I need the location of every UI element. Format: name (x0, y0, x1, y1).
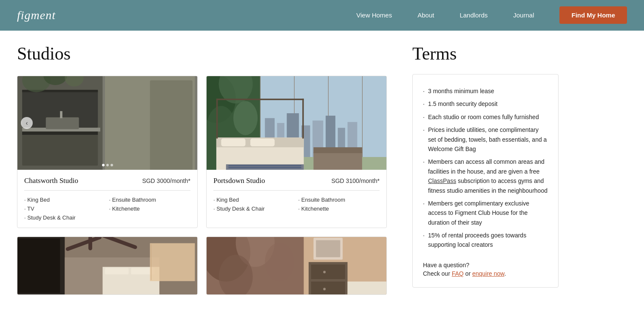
feature-ensuite: Ensuite Bathroom (109, 197, 191, 203)
find-my-home-button[interactable]: Find My Home (559, 6, 627, 24)
feature-desk: Study Desk & Chair (24, 214, 106, 221)
terms-item-5: Members can access all common areas and … (423, 155, 548, 197)
portsdown-price: SGD 3100/month* (331, 177, 380, 184)
check-our-text: Check our (423, 270, 450, 277)
feature-ensuite-p: Ensuite Bathroom (298, 197, 380, 203)
navbar: figment View Homes About Landlords Journ… (0, 0, 644, 31)
svg-rect-38 (250, 139, 275, 146)
main-content: Studios (0, 31, 644, 314)
terms-item-2: 1.5 month security deposit (423, 97, 548, 110)
terms-links: Check our FAQ or enquire now. (423, 270, 548, 277)
dot-3 (111, 164, 113, 166)
svg-rect-73 (323, 288, 326, 291)
feature-king-bed-p: King Bed (213, 197, 295, 203)
nav-about[interactable]: About (417, 11, 434, 19)
feature-king-bed: King Bed (24, 197, 106, 203)
classpass-link[interactable]: ClassPass (428, 177, 456, 184)
svg-rect-70 (311, 265, 345, 279)
svg-rect-37 (221, 139, 245, 146)
terms-question: Have a question? Check our FAQ or enquir… (423, 262, 548, 277)
bottom-card-left (17, 237, 198, 295)
chatsworth-card: ‹ Chatsworth Studio SGD 3000/month* King… (17, 76, 198, 228)
terms-item-3: Each studio or room comes fully furnishe… (423, 111, 548, 123)
chatsworth-carousel: ‹ (17, 76, 197, 170)
svg-rect-72 (323, 271, 326, 274)
svg-rect-76 (348, 282, 386, 294)
question-heading: Have a question? (423, 262, 548, 268)
period: . (504, 270, 506, 277)
dot-1 (102, 164, 105, 166)
svg-rect-40 (302, 99, 304, 139)
chatsworth-image (17, 76, 197, 170)
chatsworth-name: Chatsworth Studio (24, 177, 78, 185)
svg-rect-61 (88, 237, 92, 250)
svg-rect-71 (311, 282, 345, 294)
enquire-link[interactable]: enquire now (472, 270, 505, 277)
nav-journal[interactable]: Journal (513, 11, 534, 19)
bottom-left-image (17, 237, 197, 294)
svg-point-67 (265, 243, 294, 281)
svg-rect-4 (22, 132, 98, 166)
svg-rect-43 (314, 147, 362, 153)
portsdown-features: King Bed Ensuite Bathroom Study Desk & C… (213, 197, 380, 212)
svg-rect-39 (216, 99, 218, 139)
feature-kitchenette-p: Kitchenette (298, 206, 380, 212)
svg-rect-55 (105, 268, 129, 275)
feature-desk-p: Study Desk & Chair (213, 206, 295, 212)
portsdown-image (207, 76, 386, 170)
bottom-right-image (207, 237, 386, 294)
portsdown-carousel (207, 76, 386, 170)
feature-tv: TV (24, 206, 106, 212)
svg-rect-9 (60, 111, 62, 118)
chatsworth-price: SGD 3000/month* (142, 177, 190, 184)
nav-landlords[interactable]: Landlords (460, 11, 488, 19)
feature-kitchenette: Kitchenette (109, 206, 191, 212)
or-text: or (465, 270, 472, 277)
svg-rect-75 (316, 240, 340, 257)
terms-item-7: 15% of rental proceeds goes towards supp… (423, 229, 548, 251)
dot-2 (106, 164, 109, 166)
svg-rect-8 (46, 117, 79, 129)
svg-rect-42 (314, 152, 362, 170)
terms-section: Terms 3 months minimum lease 1.5 month s… (404, 31, 574, 308)
studios-title: Studios (17, 43, 387, 64)
terms-list: 3 months minimum lease 1.5 month securit… (423, 85, 548, 251)
portsdown-info: Portsdown Studio SGD 3100/month* King Be… (207, 170, 386, 219)
chatsworth-header: Chatsworth Studio SGD 3000/month* (24, 177, 190, 191)
svg-rect-52 (17, 238, 60, 293)
terms-item-6: Members get complimentary exclusive acce… (423, 197, 548, 229)
terms-box: 3 months minimum lease 1.5 month securit… (412, 74, 559, 288)
studio-cards-grid: ‹ Chatsworth Studio SGD 3000/month* King… (17, 76, 387, 295)
portsdown-name: Portsdown Studio (213, 177, 265, 185)
svg-rect-46 (228, 167, 301, 168)
svg-rect-11 (150, 80, 193, 170)
carousel-prev-button[interactable]: ‹ (21, 117, 33, 129)
faq-link[interactable]: FAQ (452, 270, 464, 277)
carousel-dots (102, 164, 113, 166)
terms-item-1: 3 months minimum lease (423, 85, 548, 97)
svg-rect-44 (226, 164, 304, 170)
svg-rect-41 (216, 99, 304, 100)
svg-point-34 (233, 101, 258, 135)
chatsworth-features: King Bed Ensuite Bathroom TV Kitchenette… (24, 197, 190, 221)
terms-title: Terms (412, 43, 559, 64)
nav-view-homes[interactable]: View Homes (356, 11, 392, 19)
studios-section: Studios (0, 31, 404, 308)
terms-item-4: Prices include utilities, one compliment… (423, 123, 548, 155)
svg-rect-21 (362, 76, 363, 157)
svg-rect-45 (228, 165, 301, 166)
svg-rect-58 (151, 244, 151, 280)
bottom-card-right (206, 237, 387, 295)
portsdown-card: Portsdown Studio SGD 3100/month* King Be… (206, 76, 387, 228)
chatsworth-info: Chatsworth Studio SGD 3000/month* King B… (17, 170, 197, 228)
svg-rect-57 (150, 243, 195, 281)
portsdown-header: Portsdown Studio SGD 3100/month* (213, 177, 380, 191)
site-logo[interactable]: figment (17, 9, 56, 22)
